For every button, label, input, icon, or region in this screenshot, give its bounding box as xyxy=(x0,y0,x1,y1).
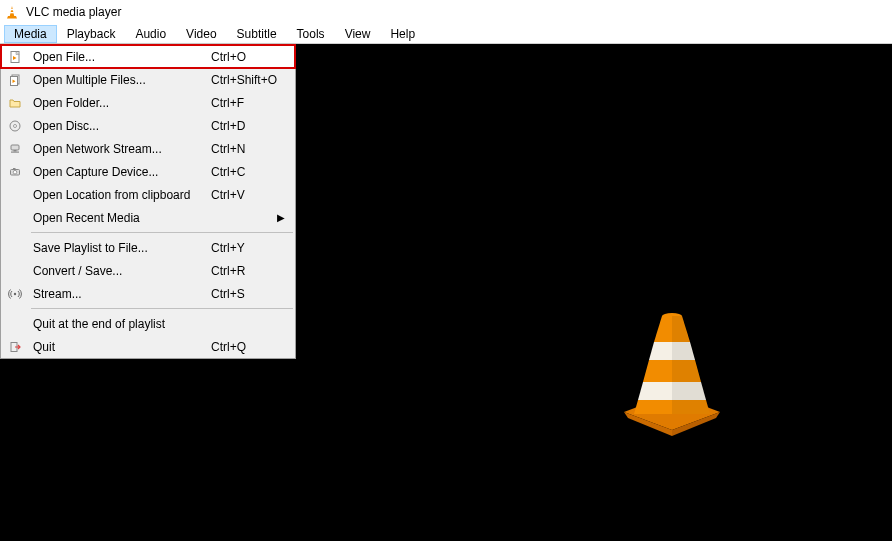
svg-marker-0 xyxy=(10,6,14,16)
window-title: VLC media player xyxy=(26,5,121,19)
menu-item-shortcut: Ctrl+O xyxy=(211,50,295,64)
menu-item-shortcut: Ctrl+Y xyxy=(211,241,295,255)
menu-item-label: Quit xyxy=(29,340,211,354)
menu-open-location-clipboard[interactable]: Open Location from clipboard Ctrl+V xyxy=(1,183,295,206)
menubar: Media Playback Audio Video Subtitle Tool… xyxy=(0,24,892,44)
menu-video[interactable]: Video xyxy=(176,25,226,43)
svg-rect-1 xyxy=(11,9,14,10)
menu-view[interactable]: View xyxy=(335,25,381,43)
menu-separator xyxy=(31,308,293,309)
menu-help[interactable]: Help xyxy=(380,25,425,43)
svg-marker-3 xyxy=(7,16,17,19)
menu-save-playlist[interactable]: Save Playlist to File... Ctrl+Y xyxy=(1,236,295,259)
svg-rect-14 xyxy=(11,151,19,152)
menu-open-network-stream[interactable]: Open Network Stream... Ctrl+N xyxy=(1,137,295,160)
menu-quit[interactable]: Quit Ctrl+Q xyxy=(1,335,295,358)
menu-playback[interactable]: Playback xyxy=(57,25,126,43)
menu-open-disc[interactable]: Open Disc... Ctrl+D xyxy=(1,114,295,137)
menu-tools[interactable]: Tools xyxy=(287,25,335,43)
disc-icon xyxy=(1,119,29,133)
menu-item-shortcut: Ctrl+N xyxy=(211,142,295,156)
menu-subtitle[interactable]: Subtitle xyxy=(227,25,287,43)
folder-icon xyxy=(1,96,29,110)
files-icon xyxy=(1,73,29,87)
menu-item-label: Open Capture Device... xyxy=(29,165,211,179)
menu-item-shortcut: Ctrl+F xyxy=(211,96,295,110)
menu-item-label: Open File... xyxy=(29,50,211,64)
svg-point-16 xyxy=(13,170,17,174)
menu-item-label: Convert / Save... xyxy=(29,264,211,278)
menu-open-recent-media[interactable]: Open Recent Media ▶ xyxy=(1,206,295,229)
menu-item-label: Open Network Stream... xyxy=(29,142,211,156)
menu-media[interactable]: Media xyxy=(4,25,57,43)
file-icon xyxy=(1,50,29,64)
vlc-cone-logo xyxy=(612,308,732,441)
menu-stream[interactable]: Stream... Ctrl+S xyxy=(1,282,295,305)
menu-item-label: Open Recent Media xyxy=(29,211,211,225)
menu-item-label: Stream... xyxy=(29,287,211,301)
chevron-right-icon: ▶ xyxy=(277,212,285,223)
menu-item-shortcut: Ctrl+C xyxy=(211,165,295,179)
menu-quit-end-playlist[interactable]: Quit at the end of playlist xyxy=(1,312,295,335)
menu-open-file[interactable]: Open File... Ctrl+O xyxy=(1,45,295,68)
stream-icon xyxy=(1,287,29,301)
svg-point-11 xyxy=(14,124,17,127)
menu-open-multiple-files[interactable]: Open Multiple Files... Ctrl+Shift+O xyxy=(1,68,295,91)
menu-open-folder[interactable]: Open Folder... Ctrl+F xyxy=(1,91,295,114)
menu-item-label: Open Disc... xyxy=(29,119,211,133)
svg-marker-29 xyxy=(672,316,710,414)
menu-audio[interactable]: Audio xyxy=(125,25,176,43)
menu-item-shortcut: Ctrl+D xyxy=(211,119,295,133)
menu-item-shortcut: Ctrl+Q xyxy=(211,340,295,354)
menu-item-label: Quit at the end of playlist xyxy=(29,317,211,331)
svg-point-18 xyxy=(14,292,16,294)
svg-rect-12 xyxy=(11,145,19,150)
media-dropdown: Open File... Ctrl+O Open Multiple Files.… xyxy=(0,44,296,359)
menu-separator xyxy=(31,232,293,233)
capture-icon xyxy=(1,165,29,179)
titlebar: VLC media player xyxy=(0,0,892,24)
svg-rect-2 xyxy=(10,12,14,13)
video-area: Open File... Ctrl+O Open Multiple Files.… xyxy=(0,44,892,541)
menu-item-label: Open Location from clipboard xyxy=(29,188,211,202)
svg-rect-13 xyxy=(14,150,17,152)
menu-item-shortcut: Ctrl+V xyxy=(211,188,295,202)
network-icon xyxy=(1,142,29,156)
svg-rect-17 xyxy=(13,168,16,170)
menu-item-shortcut: Ctrl+R xyxy=(211,264,295,278)
menu-item-shortcut: Ctrl+S xyxy=(211,287,295,301)
menu-item-label: Open Multiple Files... xyxy=(29,73,211,87)
quit-icon xyxy=(1,340,29,354)
menu-open-capture-device[interactable]: Open Capture Device... Ctrl+C xyxy=(1,160,295,183)
vlc-cone-icon xyxy=(4,4,20,20)
menu-convert-save[interactable]: Convert / Save... Ctrl+R xyxy=(1,259,295,282)
menu-item-label: Open Folder... xyxy=(29,96,211,110)
menu-item-shortcut: Ctrl+Shift+O xyxy=(211,73,295,87)
menu-item-label: Save Playlist to File... xyxy=(29,241,211,255)
